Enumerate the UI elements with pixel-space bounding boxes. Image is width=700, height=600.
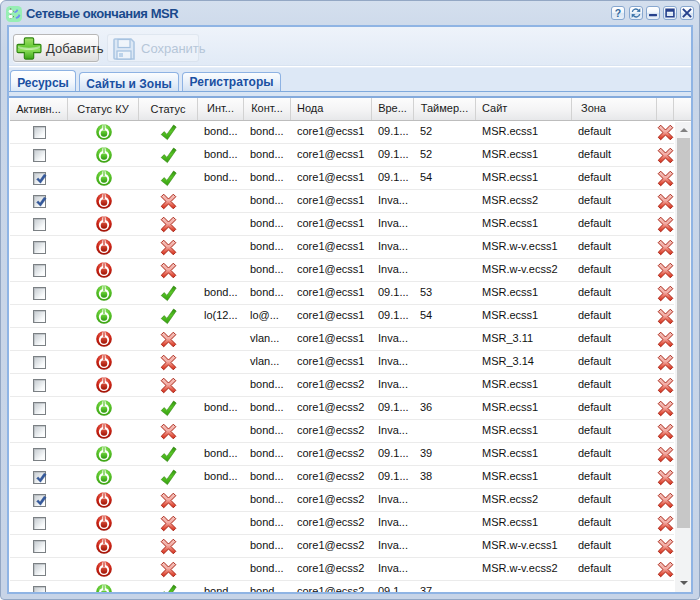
svg-text:?: ? (615, 8, 621, 19)
